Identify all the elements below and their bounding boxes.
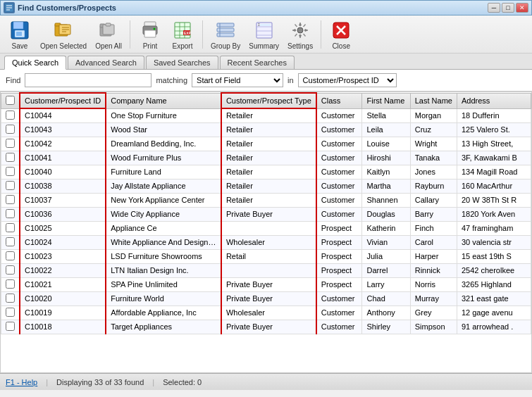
row-checkbox[interactable] (6, 308, 15, 317)
grid-container[interactable]: Customer/Prospect ID Company Name Custom… (0, 92, 532, 373)
row-checkbox[interactable] (6, 125, 15, 134)
cell-checkbox[interactable] (1, 193, 20, 207)
table-row[interactable]: C10038 Jay Allstate Appliance Retailer C… (1, 179, 531, 193)
row-checkbox[interactable] (6, 181, 15, 190)
cell-type: Retailer (221, 122, 316, 137)
search-input[interactable] (25, 73, 151, 87)
help-link[interactable]: F1 - Help (6, 378, 37, 386)
export-button[interactable]: EXP Export (167, 17, 198, 52)
tab-saved-searches[interactable]: Saved Searches (146, 56, 218, 69)
cell-id: C10024 (20, 235, 106, 249)
cell-id: C10038 (20, 179, 106, 193)
row-checkbox[interactable] (6, 279, 15, 289)
cell-checkbox[interactable] (1, 221, 20, 235)
row-checkbox[interactable] (6, 237, 15, 246)
save-button[interactable]: Save (4, 17, 35, 52)
cell-checkbox[interactable] (1, 151, 20, 165)
col-header-type[interactable]: Customer/Prospect Type (221, 93, 316, 108)
cell-checkbox[interactable] (1, 305, 20, 320)
tab-advanced-search[interactable]: Advanced Search (68, 56, 144, 69)
table-row[interactable]: C10023 LSD Furniture Showrooms Retail Pr… (1, 249, 531, 263)
cell-checkbox[interactable] (1, 165, 20, 179)
summary-label: Summary (249, 42, 279, 50)
cell-checkbox[interactable] (1, 179, 20, 193)
cell-checkbox[interactable] (1, 249, 20, 263)
cell-address: 47 framingham (457, 221, 531, 235)
close-button[interactable]: ✕ (516, 3, 528, 13)
cell-checkbox[interactable] (1, 207, 20, 221)
cell-checkbox[interactable] (1, 263, 20, 277)
cell-checkbox[interactable] (1, 320, 20, 334)
cell-checkbox[interactable] (1, 108, 20, 122)
cell-checkbox[interactable] (1, 235, 20, 249)
cell-id: C10020 (20, 291, 106, 305)
table-row[interactable]: C10041 Wood Furniture Plus Retailer Cust… (1, 151, 531, 165)
open-selected-icon (52, 19, 75, 42)
table-row[interactable]: C10024 White Appliance And Design Cer Wh… (1, 235, 531, 249)
cell-firstname: Shannen (362, 193, 410, 207)
cell-address: 321 east gate (457, 291, 531, 305)
cell-checkbox[interactable] (1, 122, 20, 137)
toolbar-sep-2 (202, 20, 203, 49)
settings-icon (289, 19, 311, 42)
cell-address: 1820 York Aven (457, 207, 531, 221)
row-checkbox[interactable] (6, 223, 15, 232)
row-checkbox[interactable] (6, 294, 15, 303)
svg-rect-7 (16, 32, 22, 36)
cell-class: Customer (316, 122, 362, 137)
select-all-checkbox[interactable] (6, 96, 15, 105)
svg-text:Σ: Σ (258, 23, 260, 27)
col-header-firstname[interactable]: First Name (362, 93, 410, 108)
table-row[interactable]: C10018 Target Appliances Private Buyer C… (1, 320, 531, 334)
open-all-button[interactable]: Open All (92, 17, 125, 52)
cell-lastname: Callary (410, 193, 457, 207)
row-checkbox[interactable] (6, 111, 15, 120)
cell-address: 15 east 19th S (457, 249, 531, 263)
row-checkbox[interactable] (6, 153, 15, 162)
minimize-button[interactable]: ─ (488, 3, 500, 13)
group-by-button[interactable]: Group By (207, 17, 244, 52)
table-row[interactable]: C10022 LTN Italian Design Inc. Prospect … (1, 263, 531, 277)
row-checkbox[interactable] (6, 167, 15, 176)
row-checkbox[interactable] (6, 322, 15, 331)
cell-class: Customer (316, 207, 362, 221)
cell-checkbox[interactable] (1, 277, 20, 291)
table-row[interactable]: C10021 SPA Pine Unlimited Private Buyer … (1, 277, 531, 291)
col-header-company[interactable]: Company Name (106, 93, 221, 108)
table-row[interactable]: C10020 Furniture World Private Buyer Cus… (1, 291, 531, 305)
matching-select[interactable]: Start of Field Any Part of Field Exact M… (192, 73, 283, 87)
cell-checkbox[interactable] (1, 291, 20, 305)
col-header-class[interactable]: Class (316, 93, 362, 108)
table-row[interactable]: C10025 Appliance Ce Prospect Katherin Fi… (1, 221, 531, 235)
in-select[interactable]: Customer/Prospect ID Company Name First … (298, 73, 397, 87)
row-checkbox[interactable] (6, 139, 15, 148)
table-row[interactable]: C10043 Wood Star Retailer Customer Leila… (1, 122, 531, 137)
col-header-address[interactable]: Address (457, 93, 531, 108)
maximize-button[interactable]: □ (502, 3, 514, 13)
col-header-id[interactable]: Customer/Prospect ID (20, 93, 106, 108)
settings-button[interactable]: Settings (284, 17, 316, 52)
window-controls[interactable]: ─ □ ✕ (488, 3, 528, 13)
row-checkbox[interactable] (6, 195, 15, 204)
summary-button[interactable]: Σ Summary (245, 17, 283, 52)
table-row[interactable]: C10042 Dreamland Bedding, Inc. Retailer … (1, 137, 531, 151)
col-header-lastname[interactable]: Last Name (410, 93, 457, 108)
print-button[interactable]: Print (135, 17, 166, 52)
open-selected-button[interactable]: Open Selected (37, 17, 90, 52)
cell-firstname: Douglas (362, 207, 410, 221)
row-checkbox[interactable] (6, 209, 15, 218)
table-row[interactable]: C10044 One Stop Furniture Retailer Custo… (1, 108, 531, 122)
table-row[interactable]: C10036 Wide City Appliance Private Buyer… (1, 207, 531, 221)
cell-checkbox[interactable] (1, 137, 20, 151)
table-row[interactable]: C10037 New York Appliance Center Retaile… (1, 193, 531, 207)
cell-address: 2542 cherolkee (457, 263, 531, 277)
cell-company: LSD Furniture Showrooms (106, 249, 221, 263)
col-header-checkbox[interactable] (1, 93, 20, 108)
tab-recent-searches[interactable]: Recent Searches (220, 56, 295, 69)
row-checkbox[interactable] (6, 251, 15, 260)
tab-quick-search[interactable]: Quick Search (4, 56, 66, 70)
close-tool-button[interactable]: Close (326, 17, 357, 52)
table-row[interactable]: C10019 Affordable Appliance, Inc Wholesa… (1, 305, 531, 320)
row-checkbox[interactable] (6, 265, 15, 275)
table-row[interactable]: C10040 Furniture Land Retailer Customer … (1, 165, 531, 179)
